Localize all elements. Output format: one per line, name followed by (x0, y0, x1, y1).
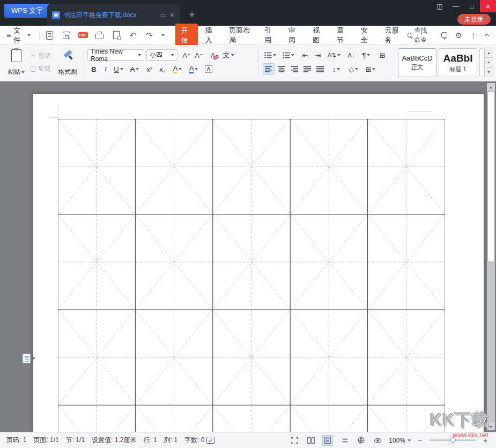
font-name-combo[interactable]: Times New Roma (87, 49, 144, 61)
status-item-0[interactable]: 页码: 1 (6, 436, 26, 445)
spellcheck-icon[interactable] (206, 437, 214, 444)
style-card-0[interactable]: AaBbCcD正文 (398, 48, 436, 77)
copy-button[interactable]: 复制 (31, 63, 50, 74)
scrollbar-thumb[interactable] (487, 92, 494, 262)
new-tab-button[interactable]: + (187, 10, 197, 21)
bullet-list-button[interactable] (263, 49, 278, 61)
minimize-button[interactable]: — (448, 0, 464, 12)
scroll-up-icon[interactable]: ▲ (487, 83, 495, 91)
char-shading-button[interactable]: A (203, 63, 214, 75)
collapse-ribbon-icon[interactable] (485, 34, 490, 39)
undo-button[interactable]: ↶ (128, 31, 138, 40)
status-item-5[interactable]: 列: 1 (164, 436, 177, 445)
decrease-font-button[interactable]: A⁻ (193, 49, 205, 61)
distribute-button[interactable] (314, 63, 326, 75)
shading-button[interactable]: ◇ (346, 63, 360, 75)
file-menu[interactable]: ≡ 文件 (0, 26, 36, 45)
login-badge[interactable]: 未登录 (457, 14, 491, 25)
status-item-6[interactable]: 字数: 0 (184, 436, 204, 445)
style-card-2[interactable]: AaBl标题 (479, 48, 483, 77)
align-center-button[interactable] (276, 63, 287, 75)
status-item-2[interactable]: 节: 1/1 (66, 436, 85, 445)
redo-button[interactable]: ↷ (145, 31, 154, 40)
chevron-down-icon (355, 68, 358, 70)
tab-grid-button[interactable]: ⊞ (376, 49, 388, 61)
floating-tool[interactable] (23, 354, 35, 363)
borders-button[interactable]: ⊞ (364, 63, 377, 75)
new-document-button[interactable] (45, 31, 55, 40)
increase-font-button[interactable]: A⁺ (181, 49, 193, 61)
show-marks-button[interactable]: ¶ (359, 49, 373, 61)
comment-icon[interactable] (441, 32, 447, 38)
gallery-more-icon[interactable]: ▼ (484, 67, 493, 77)
print-preview-button[interactable] (112, 31, 121, 40)
zoom-in-button[interactable]: + (482, 436, 488, 445)
monitor-icon[interactable]: ▭ (160, 12, 165, 19)
menu-tab-0[interactable]: 开始 (175, 24, 198, 47)
document-tab[interactable]: W 书法田字格免费下载.docx ▭ × (47, 4, 180, 26)
subscript-button[interactable]: x₂ (157, 63, 168, 75)
export-pdf-button[interactable]: PDF (78, 31, 88, 40)
italic-button[interactable]: I (100, 63, 112, 75)
highlight-color-button[interactable]: A (171, 63, 184, 75)
wps-menu-button[interactable]: WPS 文字 (4, 4, 50, 18)
web-view-button[interactable] (356, 435, 366, 446)
superscript-button[interactable]: x² (144, 63, 156, 75)
layout-mode-icon[interactable]: ◫ (432, 0, 448, 12)
print-button[interactable] (95, 31, 105, 40)
menu-tab-1[interactable]: 插入 (199, 24, 222, 47)
align-left-button[interactable] (263, 63, 275, 75)
scroll-down-icon[interactable]: ▼ (487, 423, 495, 430)
align-right-button[interactable] (288, 63, 300, 75)
menu-tab-5[interactable]: 视图 (307, 24, 330, 47)
bold-button[interactable]: B (88, 63, 100, 75)
eye-protect-button[interactable] (372, 435, 383, 446)
line-spacing-button[interactable]: ↕ (329, 63, 343, 75)
menu-tab-8[interactable]: 云服务 (379, 24, 408, 47)
menu-tab-3[interactable]: 引用 (258, 24, 282, 47)
tab-close-icon[interactable]: × (169, 11, 175, 19)
status-item-3[interactable]: 设置值: 1.2厘米 (92, 436, 136, 445)
fullscreen-button[interactable] (289, 435, 300, 446)
gallery-up-icon[interactable]: ▲ (484, 48, 493, 58)
zoom-out-button[interactable]: − (417, 436, 423, 445)
vertical-scrollbar[interactable]: ▲ ▼ (487, 83, 495, 430)
paste-button[interactable]: 粘贴 (4, 48, 28, 78)
page-view-button[interactable] (322, 435, 333, 446)
font-color-button[interactable]: A (187, 63, 201, 75)
strikethrough-button[interactable]: A (128, 63, 142, 75)
find-command[interactable]: 查找命令 (408, 26, 433, 44)
outline-view-button[interactable] (339, 435, 350, 446)
underline-button[interactable]: U (112, 63, 125, 75)
zoom-level[interactable]: 100% (389, 437, 411, 444)
status-item-1[interactable]: 页面: 1/1 (33, 436, 58, 445)
zoom-slider[interactable] (429, 439, 476, 441)
numbered-list-button[interactable] (281, 49, 296, 61)
menu-tab-2[interactable]: 页面布局 (223, 24, 257, 47)
format-painter-button[interactable]: 格式刷 (56, 48, 79, 78)
document-page[interactable] (33, 94, 484, 432)
menu-tab-6[interactable]: 章节 (331, 24, 354, 47)
clear-format-button[interactable]: A (207, 49, 219, 61)
font-size-combo[interactable]: 小四 (146, 49, 177, 61)
more-options-icon[interactable]: ⋮ (470, 31, 477, 40)
increase-indent-button[interactable]: ⇥ (312, 49, 324, 61)
pinyin-guide-button[interactable]: 文 (221, 49, 236, 61)
gallery-down-icon[interactable]: ▼ (484, 57, 493, 68)
zoom-slider-thumb[interactable] (450, 437, 456, 443)
two-page-view-button[interactable] (306, 435, 316, 446)
sort-button[interactable]: A↓ (345, 49, 357, 61)
close-button[interactable]: × (480, 0, 496, 12)
style-card-1[interactable]: AaBbI标题 1 (439, 48, 477, 77)
save-button[interactable] (62, 31, 71, 40)
decrease-indent-button[interactable]: ⇤ (299, 49, 311, 61)
more-dropdown-icon[interactable] (161, 34, 165, 36)
menu-tab-7[interactable]: 安全 (355, 24, 378, 47)
justify-button[interactable] (301, 63, 313, 75)
maximize-button[interactable]: □ (464, 0, 480, 12)
menu-tab-4[interactable]: 审阅 (283, 24, 306, 47)
status-item-4[interactable]: 行: 1 (143, 436, 157, 445)
text-direction-button[interactable]: A⇅ (326, 49, 342, 61)
gear-icon[interactable]: ⚙ (455, 31, 462, 40)
cut-button[interactable]: ✂ 剪切 (31, 50, 51, 61)
